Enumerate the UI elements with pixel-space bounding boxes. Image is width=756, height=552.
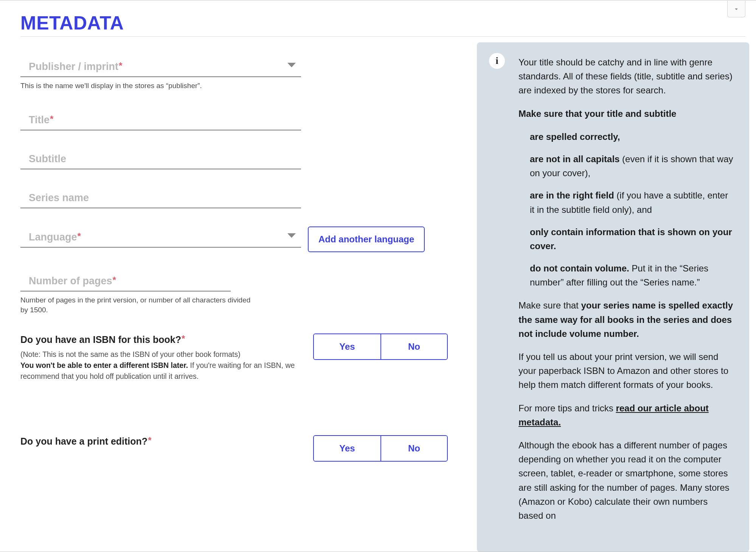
info-bullet-list: are spelled correctly, are not in all ca…: [518, 130, 735, 290]
info-pages-para: Although the ebook has a different numbe…: [518, 438, 735, 523]
page-title: METADATA: [20, 12, 124, 34]
isbn-question: Do you have an ISBN for this book?* (Not…: [20, 333, 448, 382]
info-bul4-text: only contain information that is shown o…: [530, 227, 732, 251]
print-question: Do you have a print edition?* Yes No: [20, 435, 448, 462]
pages-placeholder-text: Number of pages: [29, 275, 112, 287]
title-underline: [20, 36, 745, 37]
chevron-down-icon: [287, 233, 296, 238]
required-asterisk: *: [50, 114, 53, 124]
series-field: Series name: [20, 185, 448, 208]
required-asterisk: *: [182, 333, 185, 344]
pages-input[interactable]: Number of pages*: [20, 268, 231, 292]
print-no-button[interactable]: No: [380, 436, 447, 461]
publisher-placeholder-text: Publisher / imprint: [29, 61, 118, 72]
collapse-panel-button[interactable]: [727, 1, 745, 17]
title-placeholder: Title*: [29, 114, 53, 126]
subtitle-input[interactable]: Subtitle: [20, 146, 301, 169]
info-bullet-1: are spelled correctly,: [530, 130, 735, 144]
print-question-text: Do you have a print edition?: [20, 436, 147, 447]
required-asterisk: *: [119, 60, 122, 71]
isbn-question-label: Do you have an ISBN for this book?*: [20, 333, 300, 345]
info-make-sure-bold: Make sure that your title and subtitle: [518, 109, 676, 119]
language-placeholder: Language*: [29, 231, 81, 243]
isbn-note-bold: You won't be able to enter a different I…: [20, 361, 188, 369]
publisher-help-text: This is the name we'll display in the st…: [20, 81, 255, 91]
isbn-question-text: Do you have an ISBN for this book?: [20, 334, 181, 345]
pages-placeholder: Number of pages*: [29, 275, 116, 287]
add-language-button[interactable]: Add another language: [308, 226, 425, 252]
info-intro: Your title should be catchy and in line …: [518, 55, 735, 98]
chevron-down-icon: [287, 63, 296, 67]
series-input[interactable]: Series name: [20, 185, 301, 208]
publisher-select[interactable]: Publisher / imprint*: [20, 54, 301, 77]
info-panel: i Your title should be catchy and in lin…: [477, 42, 749, 552]
chevron-down-icon: [733, 6, 740, 12]
series-placeholder: Series name: [29, 192, 89, 203]
required-asterisk: *: [78, 231, 81, 241]
title-input[interactable]: Title*: [20, 107, 301, 130]
isbn-no-button[interactable]: No: [380, 334, 447, 359]
publisher-field: Publisher / imprint* This is the name we…: [20, 54, 448, 91]
info-bullet-2: are not in all capitals (even if it is s…: [530, 152, 735, 180]
required-asterisk: *: [113, 275, 116, 285]
language-select[interactable]: Language*: [20, 224, 301, 248]
info-bul1-text: are spelled correctly,: [530, 132, 620, 142]
isbn-yes-button[interactable]: Yes: [314, 334, 380, 359]
info-bul2-bold: are not in all capitals: [530, 154, 619, 164]
info-tips-lead: For more tips and tricks: [518, 403, 616, 413]
required-asterisk: *: [148, 435, 151, 445]
title-placeholder-text: Title: [29, 114, 50, 126]
print-question-label: Do you have a print edition?*: [20, 435, 151, 447]
pages-help-text: Number of pages in the print version, or…: [20, 295, 255, 315]
info-bul5-bold: do not contain volume.: [530, 263, 629, 273]
print-yes-button[interactable]: Yes: [314, 436, 380, 461]
info-bullet-4: only contain information that is shown o…: [530, 225, 735, 253]
info-print-para: If you tell us about your print version,…: [518, 350, 735, 392]
top-divider: [0, 0, 756, 0]
info-series-lead: Make sure that: [518, 300, 581, 310]
publisher-placeholder: Publisher / imprint*: [29, 61, 122, 72]
info-bullet-3: are in the right field (if you have a su…: [530, 188, 735, 216]
info-series-para: Make sure that your series name is spell…: [518, 298, 735, 341]
language-field: Language* Add another language: [20, 224, 448, 252]
info-bul3-bold: are in the right field: [530, 190, 614, 200]
isbn-toggle: Yes No: [313, 333, 448, 360]
isbn-question-sub: (Note: This is not the same as the ISBN …: [20, 349, 300, 382]
form-column: Publisher / imprint* This is the name we…: [20, 54, 448, 462]
isbn-note-1: (Note: This is not the same as the ISBN …: [20, 350, 241, 358]
subtitle-placeholder: Subtitle: [29, 153, 66, 164]
language-placeholder-text: Language: [29, 231, 77, 243]
pages-field: Number of pages* Number of pages in the …: [20, 268, 448, 315]
info-bullet-5: do not contain volume. Put it in the “Se…: [530, 261, 735, 289]
info-tips-para: For more tips and tricks read our articl…: [518, 401, 735, 429]
info-icon: i: [489, 53, 505, 69]
subtitle-field: Subtitle: [20, 146, 448, 169]
print-toggle: Yes No: [313, 435, 448, 462]
info-make-sure: Make sure that your title and subtitle: [518, 107, 735, 121]
title-field: Title*: [20, 107, 448, 130]
